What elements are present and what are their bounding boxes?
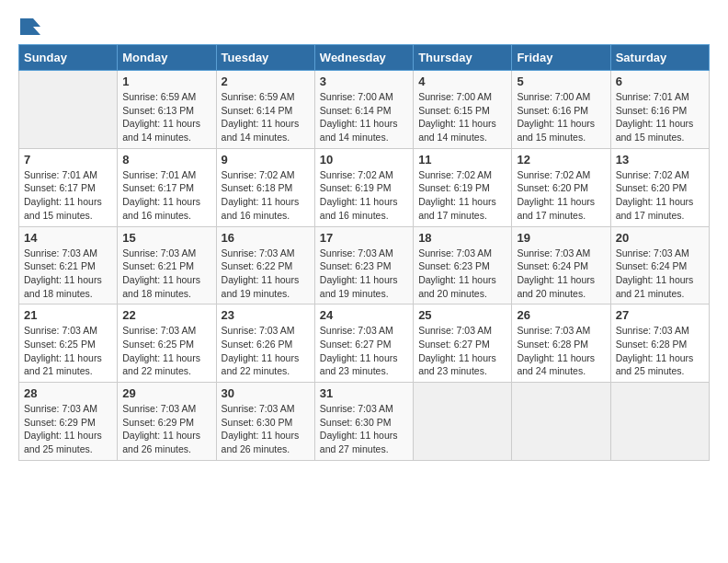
calendar-cell: 20Sunrise: 7:03 AM Sunset: 6:24 PM Dayli… <box>610 226 709 304</box>
day-number: 5 <box>517 75 605 88</box>
day-number: 31 <box>320 386 408 400</box>
day-number: 21 <box>24 308 112 322</box>
calendar-cell: 17Sunrise: 7:03 AM Sunset: 6:23 PM Dayli… <box>314 226 413 304</box>
calendar-cell <box>610 383 709 461</box>
day-number: 26 <box>517 308 605 322</box>
day-number: 3 <box>320 75 408 88</box>
calendar-cell: 23Sunrise: 7:03 AM Sunset: 6:26 PM Dayli… <box>216 304 314 383</box>
calendar-cell: 9Sunrise: 7:02 AM Sunset: 6:18 PM Daylig… <box>216 148 314 226</box>
calendar-cell <box>19 71 118 149</box>
calendar-cell: 4Sunrise: 7:00 AM Sunset: 6:15 PM Daylig… <box>414 71 512 149</box>
day-number: 1 <box>122 75 210 88</box>
day-number: 4 <box>418 75 506 88</box>
day-number: 11 <box>418 153 506 167</box>
header-saturday: Saturday <box>610 45 709 71</box>
day-number: 17 <box>320 231 408 245</box>
week-row-4: 21Sunrise: 7:03 AM Sunset: 6:25 PM Dayli… <box>19 304 710 383</box>
day-number: 22 <box>122 308 210 322</box>
logo-bird-icon <box>20 18 40 35</box>
calendar-cell <box>414 383 512 461</box>
calendar-cell: 28Sunrise: 7:03 AM Sunset: 6:29 PM Dayli… <box>19 383 118 461</box>
day-info: Sunrise: 7:03 AM Sunset: 6:22 PM Dayligh… <box>222 247 300 299</box>
header-monday: Monday <box>118 45 216 71</box>
logo <box>18 18 42 35</box>
day-info: Sunrise: 7:03 AM Sunset: 6:30 PM Dayligh… <box>320 403 398 454</box>
day-number: 9 <box>222 153 310 167</box>
day-info: Sunrise: 7:03 AM Sunset: 6:27 PM Dayligh… <box>320 325 398 376</box>
calendar-table: SundayMondayTuesdayWednesdayThursdayFrid… <box>18 44 710 461</box>
day-number: 29 <box>122 386 210 400</box>
day-number: 16 <box>222 231 310 245</box>
day-info: Sunrise: 7:02 AM Sunset: 6:20 PM Dayligh… <box>517 169 595 221</box>
week-row-1: 1Sunrise: 6:59 AM Sunset: 6:13 PM Daylig… <box>19 71 710 149</box>
day-number: 24 <box>320 308 408 322</box>
calendar-cell: 26Sunrise: 7:03 AM Sunset: 6:28 PM Dayli… <box>512 304 610 383</box>
calendar-cell: 11Sunrise: 7:02 AM Sunset: 6:19 PM Dayli… <box>414 148 512 226</box>
calendar-cell: 16Sunrise: 7:03 AM Sunset: 6:22 PM Dayli… <box>216 226 314 304</box>
day-info: Sunrise: 6:59 AM Sunset: 6:14 PM Dayligh… <box>222 91 300 143</box>
week-row-2: 7Sunrise: 7:01 AM Sunset: 6:17 PM Daylig… <box>19 148 710 226</box>
day-number: 23 <box>222 308 310 322</box>
calendar-cell: 5Sunrise: 7:00 AM Sunset: 6:16 PM Daylig… <box>512 71 610 149</box>
day-info: Sunrise: 7:02 AM Sunset: 6:19 PM Dayligh… <box>418 169 496 221</box>
calendar-cell: 19Sunrise: 7:03 AM Sunset: 6:24 PM Dayli… <box>512 226 610 304</box>
calendar-cell <box>512 383 610 461</box>
day-info: Sunrise: 7:02 AM Sunset: 6:18 PM Dayligh… <box>222 169 300 221</box>
calendar-cell: 30Sunrise: 7:03 AM Sunset: 6:30 PM Dayli… <box>216 383 314 461</box>
day-number: 13 <box>616 153 704 167</box>
day-info: Sunrise: 7:03 AM Sunset: 6:27 PM Dayligh… <box>418 325 496 376</box>
day-number: 14 <box>24 231 112 245</box>
day-info: Sunrise: 7:03 AM Sunset: 6:21 PM Dayligh… <box>122 247 200 299</box>
calendar-cell: 13Sunrise: 7:02 AM Sunset: 6:20 PM Dayli… <box>610 148 709 226</box>
week-row-3: 14Sunrise: 7:03 AM Sunset: 6:21 PM Dayli… <box>19 226 710 304</box>
calendar-cell: 21Sunrise: 7:03 AM Sunset: 6:25 PM Dayli… <box>19 304 118 383</box>
day-info: Sunrise: 7:00 AM Sunset: 6:16 PM Dayligh… <box>517 91 595 143</box>
day-number: 6 <box>616 75 704 88</box>
header <box>18 18 710 35</box>
day-info: Sunrise: 7:03 AM Sunset: 6:29 PM Dayligh… <box>122 403 200 454</box>
header-thursday: Thursday <box>414 45 512 71</box>
day-info: Sunrise: 7:03 AM Sunset: 6:29 PM Dayligh… <box>24 403 102 454</box>
svg-marker-0 <box>20 18 40 35</box>
day-number: 10 <box>320 153 408 167</box>
calendar-cell: 18Sunrise: 7:03 AM Sunset: 6:23 PM Dayli… <box>414 226 512 304</box>
day-info: Sunrise: 7:03 AM Sunset: 6:25 PM Dayligh… <box>24 325 102 376</box>
day-info: Sunrise: 7:02 AM Sunset: 6:20 PM Dayligh… <box>616 169 694 221</box>
calendar-cell: 27Sunrise: 7:03 AM Sunset: 6:28 PM Dayli… <box>610 304 709 383</box>
day-info: Sunrise: 7:03 AM Sunset: 6:26 PM Dayligh… <box>222 325 300 376</box>
calendar-cell: 29Sunrise: 7:03 AM Sunset: 6:29 PM Dayli… <box>118 383 216 461</box>
calendar-cell: 7Sunrise: 7:01 AM Sunset: 6:17 PM Daylig… <box>19 148 118 226</box>
day-header-row: SundayMondayTuesdayWednesdayThursdayFrid… <box>19 45 710 71</box>
day-info: Sunrise: 7:03 AM Sunset: 6:24 PM Dayligh… <box>517 247 595 299</box>
day-number: 8 <box>122 153 210 167</box>
calendar-cell: 3Sunrise: 7:00 AM Sunset: 6:14 PM Daylig… <box>314 71 413 149</box>
calendar-cell: 14Sunrise: 7:03 AM Sunset: 6:21 PM Dayli… <box>19 226 118 304</box>
day-number: 27 <box>616 308 704 322</box>
week-row-5: 28Sunrise: 7:03 AM Sunset: 6:29 PM Dayli… <box>19 383 710 461</box>
day-info: Sunrise: 7:03 AM Sunset: 6:25 PM Dayligh… <box>122 325 200 376</box>
day-info: Sunrise: 7:00 AM Sunset: 6:15 PM Dayligh… <box>418 91 496 143</box>
day-info: Sunrise: 7:03 AM Sunset: 6:24 PM Dayligh… <box>616 247 694 299</box>
calendar-cell: 22Sunrise: 7:03 AM Sunset: 6:25 PM Dayli… <box>118 304 216 383</box>
calendar-cell: 2Sunrise: 6:59 AM Sunset: 6:14 PM Daylig… <box>216 71 314 149</box>
calendar-cell: 10Sunrise: 7:02 AM Sunset: 6:19 PM Dayli… <box>314 148 413 226</box>
header-friday: Friday <box>512 45 610 71</box>
day-number: 25 <box>418 308 506 322</box>
day-info: Sunrise: 7:01 AM Sunset: 6:17 PM Dayligh… <box>122 169 200 221</box>
day-number: 7 <box>24 153 112 167</box>
header-tuesday: Tuesday <box>216 45 314 71</box>
day-info: Sunrise: 7:01 AM Sunset: 6:16 PM Dayligh… <box>616 91 694 143</box>
day-number: 30 <box>222 386 310 400</box>
day-number: 15 <box>122 231 210 245</box>
day-info: Sunrise: 7:03 AM Sunset: 6:28 PM Dayligh… <box>616 325 694 376</box>
day-number: 12 <box>517 153 605 167</box>
calendar-cell: 12Sunrise: 7:02 AM Sunset: 6:20 PM Dayli… <box>512 148 610 226</box>
day-info: Sunrise: 7:03 AM Sunset: 6:23 PM Dayligh… <box>418 247 496 299</box>
calendar-cell: 24Sunrise: 7:03 AM Sunset: 6:27 PM Dayli… <box>314 304 413 383</box>
header-sunday: Sunday <box>19 45 118 71</box>
day-info: Sunrise: 7:03 AM Sunset: 6:30 PM Dayligh… <box>222 403 300 454</box>
calendar-cell: 31Sunrise: 7:03 AM Sunset: 6:30 PM Dayli… <box>314 383 413 461</box>
calendar-cell: 8Sunrise: 7:01 AM Sunset: 6:17 PM Daylig… <box>118 148 216 226</box>
header-wednesday: Wednesday <box>314 45 413 71</box>
day-number: 2 <box>222 75 310 88</box>
